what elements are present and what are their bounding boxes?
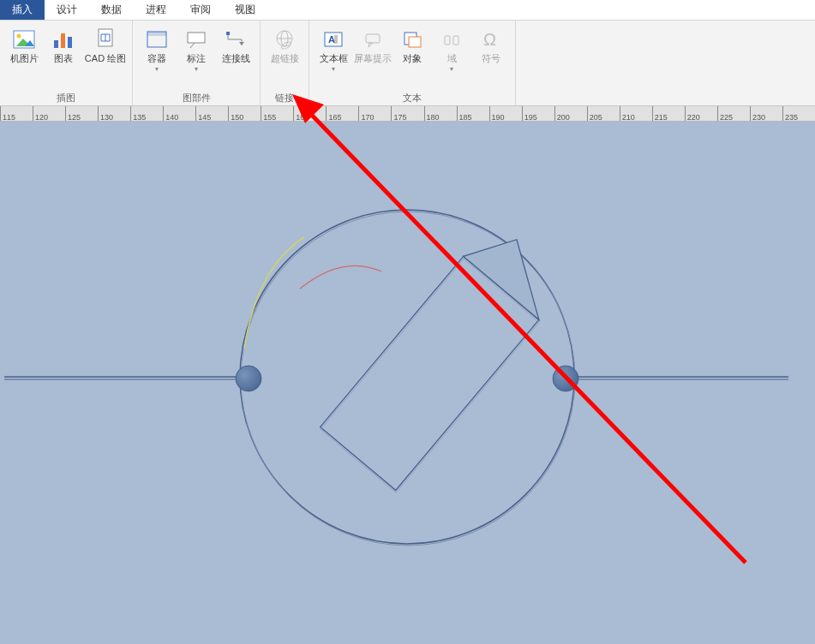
svg-rect-26 bbox=[409, 37, 421, 47]
group-label-illustration: 插图 bbox=[57, 90, 75, 105]
ruler-mark: 145 bbox=[195, 106, 211, 122]
cad-icon bbox=[93, 27, 117, 51]
ruler-mark: 165 bbox=[326, 106, 341, 122]
tab-view[interactable]: 视图 bbox=[223, 0, 267, 20]
label-connector: 连接线 bbox=[222, 53, 250, 64]
svg-rect-10 bbox=[147, 32, 166, 36]
group-label-link: 链接 bbox=[275, 90, 294, 105]
screentip-icon bbox=[361, 27, 385, 51]
btn-field: 域 ▾ bbox=[433, 24, 470, 90]
textbox-icon: A bbox=[321, 27, 345, 51]
ruler-mark: 150 bbox=[228, 106, 243, 122]
btn-hyperlink: 超链接 bbox=[266, 24, 303, 90]
ruler-mark: 220 bbox=[685, 106, 700, 122]
svg-rect-11 bbox=[188, 33, 205, 43]
ruler-mark: 170 bbox=[358, 106, 374, 122]
label-object: 对象 bbox=[403, 53, 422, 64]
btn-chart[interactable]: 图表 bbox=[45, 24, 82, 90]
svg-rect-4 bbox=[54, 40, 58, 48]
ruler-mark: 125 bbox=[65, 106, 81, 122]
ruler-mark: 115 bbox=[0, 106, 15, 122]
ruler-mark: 205 bbox=[587, 106, 602, 122]
chart-icon bbox=[51, 27, 75, 51]
svg-marker-24 bbox=[369, 43, 373, 47]
object-icon bbox=[400, 27, 424, 51]
label-cad: CAD 绘图 bbox=[85, 53, 126, 64]
ribbon: 机图片 图表 CAD 绘图 插图 容器 bbox=[0, 21, 815, 106]
group-diagram-parts: 容器 ▾ 标注 ▾ 连接线 图部件 bbox=[133, 21, 261, 105]
svg-rect-5 bbox=[61, 33, 65, 48]
ruler-mark: 120 bbox=[33, 106, 48, 122]
menu-tabs: 插入 设计 数据 进程 审阅 视图 bbox=[0, 0, 815, 21]
svg-rect-27 bbox=[445, 36, 450, 45]
btn-local-image[interactable]: 机图片 bbox=[5, 24, 43, 90]
label-screentip: 屏幕提示 bbox=[354, 53, 392, 64]
group-label-diagram-parts: 图部件 bbox=[183, 90, 211, 105]
svg-point-1 bbox=[17, 34, 21, 39]
ruler-mark: 195 bbox=[522, 106, 537, 122]
horizontal-ruler: 1151201251301351401451501551601651701751… bbox=[0, 106, 815, 122]
btn-textbox[interactable]: A 文本框 ▾ bbox=[315, 24, 352, 90]
svg-line-12 bbox=[190, 43, 195, 48]
label-hyperlink: 超链接 bbox=[271, 53, 299, 64]
ruler-mark: 135 bbox=[130, 106, 146, 122]
group-label-text: 文本 bbox=[403, 90, 422, 105]
btn-container[interactable]: 容器 ▾ bbox=[138, 24, 176, 90]
svg-marker-13 bbox=[239, 42, 244, 45]
image-icon bbox=[12, 27, 36, 51]
label-chart: 图表 bbox=[54, 53, 73, 64]
svg-point-40 bbox=[553, 366, 578, 391]
svg-rect-28 bbox=[453, 36, 458, 45]
ruler-mark: 215 bbox=[652, 106, 668, 122]
label-field: 域 bbox=[447, 53, 457, 64]
svg-rect-6 bbox=[68, 37, 72, 48]
ruler-mark: 225 bbox=[717, 106, 733, 122]
ruler-mark: 140 bbox=[163, 106, 178, 122]
ruler-mark: 180 bbox=[424, 106, 440, 122]
dropdown-icon: ▾ bbox=[332, 65, 335, 73]
connector-icon bbox=[224, 27, 248, 51]
symbol-icon: Ω bbox=[479, 27, 503, 51]
group-text: A 文本框 ▾ 屏幕提示 对象 域 bbox=[309, 21, 516, 105]
btn-symbol: Ω 符号 bbox=[472, 24, 510, 90]
svg-point-39 bbox=[236, 366, 261, 391]
container-icon bbox=[145, 27, 169, 51]
hyperlink-icon bbox=[273, 27, 297, 51]
ruler-mark: 200 bbox=[554, 106, 570, 122]
ruler-mark: 160 bbox=[293, 106, 309, 122]
btn-object[interactable]: 对象 bbox=[393, 24, 431, 90]
tab-design[interactable]: 设计 bbox=[45, 0, 89, 20]
tab-data[interactable]: 数据 bbox=[89, 0, 134, 20]
tab-insert[interactable]: 插入 bbox=[0, 0, 45, 20]
tab-review[interactable]: 审阅 bbox=[178, 0, 223, 20]
dropdown-icon: ▾ bbox=[450, 65, 453, 73]
svg-text:A: A bbox=[328, 34, 335, 45]
dropdown-icon: ▾ bbox=[195, 65, 198, 73]
label-textbox: 文本框 bbox=[320, 53, 348, 64]
drawing-canvas[interactable] bbox=[0, 122, 815, 644]
btn-screentip: 屏幕提示 bbox=[354, 24, 392, 90]
btn-cad-drawing[interactable]: CAD 绘图 bbox=[84, 24, 127, 90]
ruler-mark: 235 bbox=[782, 106, 798, 122]
ruler-mark: 190 bbox=[489, 106, 505, 122]
ruler-mark: 230 bbox=[750, 106, 765, 122]
ruler-mark: 185 bbox=[457, 106, 472, 122]
svg-rect-23 bbox=[366, 34, 380, 43]
label-container: 容器 bbox=[147, 53, 166, 64]
tab-process[interactable]: 进程 bbox=[134, 0, 178, 20]
diagram-content bbox=[0, 122, 815, 644]
label-local-image: 机图片 bbox=[10, 53, 39, 64]
group-illustration: 机图片 图表 CAD 绘图 插图 bbox=[0, 21, 133, 105]
label-callout: 标注 bbox=[187, 53, 206, 64]
btn-connector[interactable]: 连接线 bbox=[217, 24, 255, 90]
ruler-mark: 155 bbox=[261, 106, 276, 122]
svg-text:Ω: Ω bbox=[483, 30, 496, 49]
field-icon bbox=[440, 27, 464, 51]
label-symbol: 符号 bbox=[482, 53, 500, 64]
dropdown-icon: ▾ bbox=[155, 65, 159, 73]
ruler-mark: 175 bbox=[391, 106, 406, 122]
svg-rect-14 bbox=[226, 32, 230, 35]
btn-callout[interactable]: 标注 ▾ bbox=[177, 24, 215, 90]
callout-icon bbox=[184, 27, 208, 51]
group-link: 超链接 链接 bbox=[261, 21, 309, 105]
